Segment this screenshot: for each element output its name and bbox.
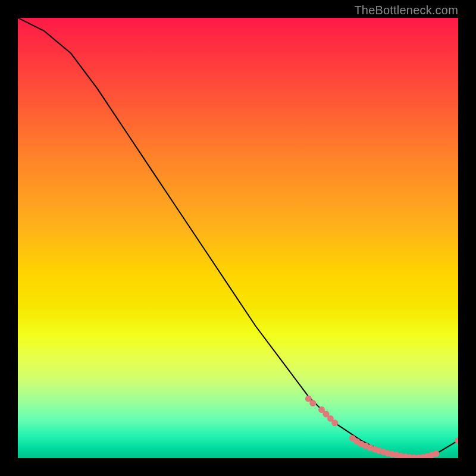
marker-group — [305, 396, 458, 458]
plot-area — [18, 18, 458, 458]
curve-group — [18, 18, 458, 458]
marker-point — [309, 400, 316, 406]
chart-svg — [18, 18, 458, 458]
marker-point — [433, 450, 440, 457]
watermark-text: TheBottleneck.com — [354, 4, 458, 17]
marker-point — [331, 419, 338, 426]
chart-frame: TheBottleneck.com — [0, 0, 476, 476]
bottleneck-curve — [18, 18, 458, 458]
